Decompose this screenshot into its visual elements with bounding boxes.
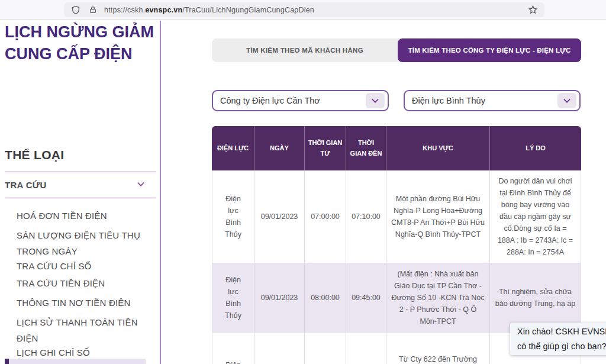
divider <box>5 198 156 198</box>
cell-ngay: 09/01/2023 <box>254 333 305 364</box>
cell-khu-vuc: (Mất điện : Nhà xuất bản Giáo Dục tại TP… <box>386 263 490 333</box>
cell-ly-do: Do người dân vui chơi tại Đình Bình Thủy… <box>490 170 581 263</box>
col-header-ly-do: LÝ DO <box>490 126 581 170</box>
col-header-thoi-gian-den: THỜI GIAN ĐẾN <box>346 126 386 170</box>
cell-thoi-gian-tu: 08:00:00 <box>305 263 346 333</box>
cell-thoi-gian-den: 07:10:00 <box>346 170 386 263</box>
table-row: Điện lực Bình Thủy 09/01/2023 07:00:00 0… <box>212 170 581 263</box>
branch-dropdown-value: Điện lực Bình Thủy <box>412 91 485 110</box>
cell-thoi-gian-tu: 07:00:00 <box>305 170 346 263</box>
chevron-down-icon <box>370 96 380 105</box>
sidebar-item-thong-tin-no[interactable]: THÔNG TIN NỢ TIỀN ĐIỆN <box>17 295 154 311</box>
bookmark-star-icon[interactable] <box>526 3 540 17</box>
chat-greeting-line1: Xin chào! CSKH EVNSP <box>517 324 606 339</box>
col-header-dien-luc: ĐIỆN LỰC <box>212 126 254 170</box>
sidebar-item-san-luong[interactable]: SẢN LƯỢNG ĐIỆN TIÊU THỤ TRONG NGÀY <box>17 227 154 259</box>
sidebar-item-lich-ghi-chi-so[interactable]: LỊCH GHI CHỈ SỐ <box>17 344 154 360</box>
tab-search-by-power-company[interactable]: TÌM KIẾM THEO CÔNG TY ĐIỆN LỰC - ĐIỆN LỰ… <box>398 38 581 62</box>
sidebar-item-selected[interactable] <box>5 359 146 364</box>
col-header-khu-vuc: KHU VỰC <box>386 126 490 170</box>
sidebar-section-tra-cuu[interactable]: TRA CỨU <box>5 180 156 190</box>
cell-khu-vuc: Một phần đường Bùi Hữu Nghĩa-P Long Hòa+… <box>386 170 490 263</box>
selected-accent-bar <box>5 359 9 364</box>
page: https://cskh.evnspc.vn/TraCuu/LichNgungG… <box>0 0 606 364</box>
url-text: https://cskh.evnspc.vn/TraCuu/LichNgungG… <box>104 6 314 14</box>
page-title: LỊCH NGỪNG GIẢM CUNG CẤP ĐIỆN <box>5 21 159 65</box>
company-dropdown-button[interactable] <box>366 93 385 108</box>
table-header-row: ĐIỆN LỰC NGÀY THỜI GIAN TỪ THỜI GIAN ĐẾN… <box>212 126 581 170</box>
cell-thoi-gian-den: 09:45:00 <box>346 333 386 364</box>
sidebar-item-lich-su-thanh-toan[interactable]: LỊCH SỬ THANH TOÁN TIỀN ĐIỆN <box>17 314 154 346</box>
cell-khu-vuc: Từ Cty 622 đến Trường Cao Đẳng Kinh Tế Đ… <box>386 333 490 364</box>
branch-dropdown[interactable]: Điện lực Bình Thủy <box>404 90 581 111</box>
chat-greeting-bubble[interactable]: Xin chào! CSKH EVNSP có thể giúp gì cho … <box>510 323 606 355</box>
chevron-down-icon <box>136 179 146 189</box>
company-dropdown-value: Công ty Điện lực Cần Thơ <box>220 91 320 110</box>
browser-toolbar: https://cskh.evnspc.vn/TraCuu/LichNgungG… <box>0 0 606 20</box>
cell-dien-luc: Điện lực Bình Thủy <box>212 170 254 263</box>
col-header-thoi-gian-tu: THỜI GIAN TỪ <box>305 126 346 170</box>
cell-ngay: 09/01/2023 <box>254 263 305 333</box>
category-heading: THỂ LOẠI <box>5 148 64 162</box>
divider <box>5 172 156 172</box>
chevron-down-icon <box>562 96 572 105</box>
tab-search-by-customer-code[interactable]: TÌM KIẾM THEO MÃ KHÁCH HÀNG <box>212 38 398 62</box>
branch-dropdown-button[interactable] <box>557 93 576 108</box>
company-dropdown[interactable]: Công ty Điện lực Cần Thơ <box>212 90 389 111</box>
lock-icon[interactable] <box>89 5 97 14</box>
sidebar-item-tra-cuu-tien-dien[interactable]: TRA CỨU TIỀN ĐIỆN <box>17 275 154 291</box>
cell-dien-luc: Điện lực Bình Thủy <box>212 333 254 364</box>
shield-icon[interactable] <box>71 5 80 15</box>
chat-greeting-line2: có thể giúp gì cho bạn? <box>517 339 606 354</box>
sidebar-item-hoa-don[interactable]: HOÁ ĐƠN TIỀN ĐIỆN <box>17 208 154 224</box>
cell-dien-luc: Điện lực Bình Thủy <box>212 263 254 333</box>
cell-thoi-gian-den: 09:45:00 <box>346 263 386 333</box>
cell-ngay: 09/01/2023 <box>254 170 305 263</box>
section-label: TRA CỨU <box>5 180 47 190</box>
cell-thoi-gian-tu: 08:00:00 <box>305 333 346 364</box>
address-bar[interactable]: https://cskh.evnspc.vn/TraCuu/LichNgungG… <box>64 2 544 17</box>
sidebar-item-tra-cuu-chi-so[interactable]: TRA CỨU CHỈ SỐ <box>17 258 154 274</box>
col-header-ngay: NGÀY <box>254 126 305 170</box>
sidebar-divider <box>160 21 161 364</box>
search-tabs: TÌM KIẾM THEO MÃ KHÁCH HÀNG TÌM KIẾM THE… <box>212 38 581 62</box>
